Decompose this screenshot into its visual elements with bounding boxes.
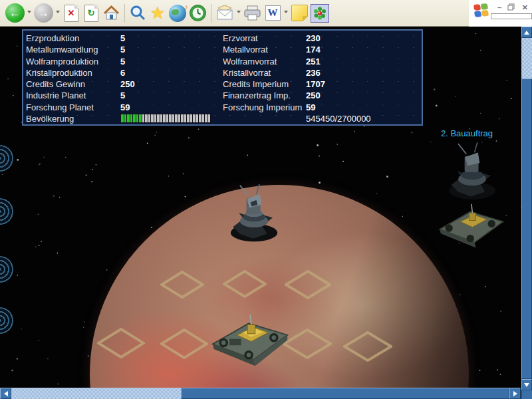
stat-label: Forschung Planet [26, 102, 120, 112]
stat-row: Credits Imperium1707 [223, 78, 422, 90]
history-button[interactable] [189, 3, 207, 24]
build-slot[interactable] [97, 328, 145, 358]
forward-dropdown-icon[interactable] [56, 11, 60, 15]
star [65, 157, 66, 158]
star [479, 370, 481, 371]
queued-building-tower[interactable] [439, 140, 505, 203]
stat-row: Industrie Planet5 [26, 90, 223, 101]
queued-building-platform[interactable] [432, 201, 509, 253]
star [39, 245, 40, 246]
stat-label: Bevölkerung [26, 114, 120, 124]
star [376, 193, 378, 194]
minimize-button-icon[interactable]: – [497, 3, 501, 11]
edit-with-word-button[interactable]: W [264, 3, 281, 24]
star [455, 96, 456, 97]
print-button[interactable] [243, 3, 261, 24]
bar-segment [124, 114, 127, 122]
population-row: Bevölkerung [26, 113, 223, 124]
bar-segment [202, 114, 205, 122]
stat-label: Wolframproduktion [26, 57, 120, 66]
build-slot[interactable] [160, 329, 208, 359]
favorites-button[interactable]: ★ [149, 3, 166, 24]
stat-label: Erzproduktion [26, 33, 120, 43]
star [84, 321, 85, 323]
bar-segment [127, 114, 130, 122]
stat-row: Kristallproduktion6 [26, 67, 223, 78]
mail-dropdown-icon[interactable] [237, 11, 241, 15]
star [91, 182, 92, 183]
stat-label: Finanzertrag Imp. [223, 90, 306, 100]
star [480, 50, 481, 51]
star [17, 159, 19, 161]
build-slot[interactable] [285, 270, 331, 299]
build-slot[interactable] [223, 270, 267, 298]
star [188, 138, 190, 139]
home-button[interactable] [102, 3, 120, 24]
star [434, 88, 436, 90]
scroll-left-button[interactable] [0, 388, 11, 399]
windows-logo-icon [473, 3, 489, 17]
stat-value: 5 [120, 45, 125, 55]
bar-segment [196, 114, 199, 122]
bar-segment [151, 114, 154, 122]
stat-value: 1707 [306, 79, 325, 89]
favorites-star-icon: ★ [150, 5, 165, 21]
stat-label: Kristallvorrat [223, 68, 306, 78]
vertical-scroll-thumb[interactable] [521, 78, 532, 379]
star [83, 327, 84, 328]
bar-segment [187, 114, 190, 122]
star [480, 113, 481, 114]
sticky-note-icon [291, 5, 308, 21]
vertical-scroll-track[interactable] [521, 38, 532, 78]
build-slot[interactable] [343, 331, 392, 362]
progress-strip [491, 13, 532, 19]
icq-button[interactable] [311, 3, 329, 24]
stat-value: 59 [120, 102, 130, 112]
stat-value: 5 [120, 57, 125, 66]
stat-value: 174 [306, 45, 321, 55]
search-icon [129, 5, 146, 22]
bar-segment [181, 114, 184, 122]
close-button-icon[interactable]: ✕ [522, 3, 528, 11]
scroll-right-button[interactable] [509, 388, 521, 399]
scroll-down-button[interactable] [521, 379, 532, 390]
star [13, 95, 14, 96]
stat-label: Metallvorrat [223, 45, 306, 55]
edit-dropdown-icon[interactable] [284, 11, 288, 15]
mail-button[interactable] [215, 3, 234, 24]
forward-button[interactable]: → [34, 3, 53, 24]
build-slot[interactable] [160, 271, 204, 299]
restore-button-icon[interactable] [507, 3, 515, 11]
word-icon: W [265, 5, 281, 21]
horizontal-scrollbar [0, 388, 521, 399]
back-button[interactable]: ← [5, 3, 25, 24]
star [7, 78, 9, 80]
horizontal-scroll-thumb[interactable] [181, 388, 509, 399]
star [497, 370, 498, 371]
horizontal-scroll-track[interactable] [11, 388, 181, 399]
star [506, 80, 507, 81]
building-tower[interactable] [225, 181, 283, 246]
bar-segment [175, 114, 178, 122]
building-platform[interactable] [207, 310, 291, 372]
search-button[interactable] [129, 3, 146, 24]
star [17, 46, 18, 47]
star [319, 156, 320, 157]
bar-segment [136, 114, 139, 122]
icq-flower-icon [311, 4, 329, 23]
star [317, 144, 319, 146]
bar-segment [166, 114, 169, 122]
stat-row: Forschung Planet59 [26, 102, 223, 113]
bar-segment [139, 114, 142, 122]
browser-toolbar: ← → ✕ ↻ ★ ♪ [0, 0, 532, 27]
back-dropdown-icon[interactable] [27, 11, 31, 15]
stop-button[interactable]: ✕ [63, 3, 80, 24]
star [185, 196, 186, 198]
stat-row: 545450/2700000 [223, 113, 422, 124]
refresh-button[interactable]: ↻ [82, 3, 100, 24]
notes-button[interactable] [291, 3, 308, 24]
scroll-up-button[interactable] [521, 27, 532, 38]
star [154, 135, 156, 136]
media-button[interactable]: ♪ [169, 3, 186, 24]
bar-segment [142, 114, 145, 122]
